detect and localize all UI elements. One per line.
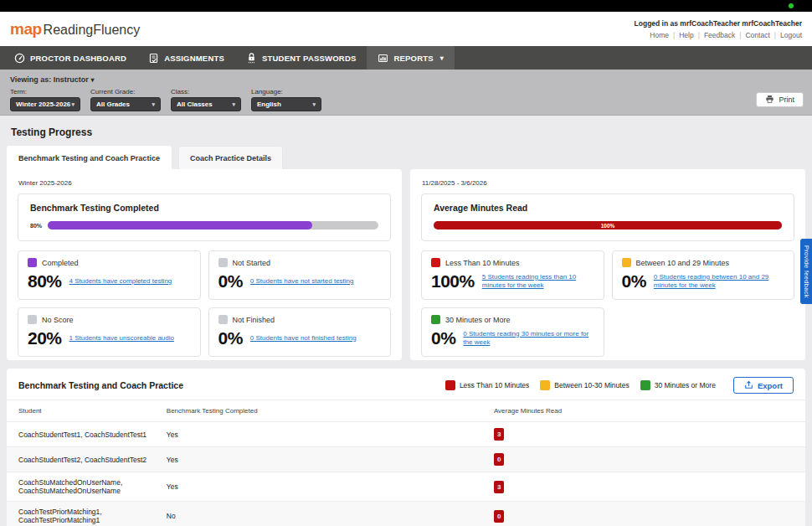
export-button[interactable]: Export — [733, 377, 794, 394]
no-score-swatch — [28, 315, 37, 324]
chevron-down-icon: ▾ — [152, 101, 155, 108]
tile-label: Completed — [42, 259, 79, 267]
not-started-swatch — [218, 258, 228, 267]
stat-tile-between-10-29: Between 10 and 29 Minutes 0%0 Students r… — [612, 250, 795, 300]
minutes-badge: 0 — [494, 510, 504, 523]
benchmark-progress-box: Benchmark Testing Completed 80% — [18, 193, 391, 241]
nav-assignments[interactable]: ASSIGNMENTS — [137, 46, 235, 70]
app-logo[interactable]: map ReadingFluency — [10, 20, 140, 39]
chevron-down-icon: ▾ — [440, 54, 444, 62]
nav-proctor-dashboard[interactable]: PROCTOR DASHBOARD — [3, 46, 137, 70]
tile-percent: 0% — [218, 271, 243, 291]
table-row: CoachTestPriorMatching1, CoachTestPriorM… — [7, 502, 805, 526]
tile-label: No Score — [42, 316, 74, 324]
tile-percent: 0% — [218, 328, 243, 348]
col-benchmark-completed: Benchmark Testing Completed — [167, 400, 494, 422]
tabs: Benchmark Testing and Coach Practice Coa… — [7, 146, 805, 169]
print-button[interactable]: Print — [756, 92, 804, 107]
header-links: Home| Help| Feedback| Contact| Logout — [635, 31, 802, 39]
not-finished-swatch — [218, 315, 228, 324]
benchmark-progress-bar: 80% — [30, 221, 378, 229]
table-row: CoachStudentTest2, CoachStudentTest2 Yes… — [7, 447, 805, 472]
header-link-contact[interactable]: Contact — [745, 31, 769, 39]
table-header-row: Student Benchmark Testing Completed Aver… — [7, 400, 805, 422]
progress-track: 100% — [434, 221, 782, 229]
filter-fields: Term: Winter 2025-2026▾ Current Grade: A… — [10, 88, 802, 111]
table-legend: Less Than 10 Minutes Between 10-30 Minut… — [445, 377, 794, 394]
legend-label: Between 10-30 Minutes — [554, 381, 629, 389]
link-separator: | — [739, 31, 741, 39]
class-field: Class: All Classes▾ — [171, 88, 241, 111]
progress-fill: 100% — [434, 221, 782, 229]
less-than-10-students-link[interactable]: 5 Students reading less than 10 minutes … — [482, 273, 594, 291]
tile-label: Not Started — [233, 259, 271, 267]
term-label: Term: — [10, 88, 80, 95]
gauge-icon — [14, 53, 25, 64]
recording-indicator-dot — [789, 3, 794, 8]
not-started-students-link[interactable]: 0 Students have not started testing — [250, 277, 354, 286]
clipboard-icon — [148, 53, 159, 64]
legend-30-or-more: 30 Minutes or More — [640, 380, 716, 390]
benchmark-completed-value: Yes — [167, 447, 494, 472]
tile-percent: 0% — [622, 271, 646, 291]
between-10-29-swatch — [622, 258, 631, 267]
minutes-badge: 3 — [494, 428, 504, 441]
export-label: Export — [758, 381, 783, 390]
tile-percent: 0% — [431, 328, 455, 348]
logged-in-text: Logged in as mrfCoachTeacher mrfCoachTea… — [635, 19, 802, 28]
nav-label: STUDENT PASSWORDS — [262, 54, 356, 63]
between-10-29-students-link[interactable]: 0 Students reading between 10 and 29 min… — [654, 273, 779, 291]
header-link-help[interactable]: Help — [679, 31, 693, 39]
header-link-home[interactable]: Home — [650, 31, 669, 39]
nav-student-passwords[interactable]: STUDENT PASSWORDS — [235, 46, 367, 70]
page-content: Testing Progress Benchmark Testing and C… — [0, 126, 812, 526]
main-nav: PROCTOR DASHBOARD ASSIGNMENTS STUDENT PA… — [0, 46, 812, 70]
30-or-more-students-link[interactable]: 0 Students reading 30 minutes or more fo… — [463, 330, 588, 348]
minutes-stat-tiles: Less Than 10 Minutes 100%5 Students read… — [421, 250, 794, 357]
header-link-feedback[interactable]: Feedback — [704, 31, 735, 39]
student-name: CoachStuMatchedOnUserName, CoachStuMatch… — [7, 472, 167, 502]
nav-reports[interactable]: REPORTS ▾ — [367, 46, 455, 70]
completed-swatch — [28, 258, 37, 267]
nav-label: PROCTOR DASHBOARD — [30, 54, 126, 63]
term-value: Winter 2025-2026 — [16, 101, 70, 108]
table-row: CoachStudentTest1, CoachStudentTest1 Yes… — [7, 422, 805, 447]
stat-tile-not-started: Not Started 0%0 Students have not starte… — [208, 250, 392, 300]
30-or-more-swatch — [431, 315, 440, 324]
not-finished-students-link[interactable]: 0 Students have not finished testing — [250, 334, 357, 343]
logo-map-text: map — [10, 20, 42, 39]
nav-label: REPORTS — [393, 54, 433, 63]
term-period-label: Winter 2025-2026 — [18, 179, 391, 187]
chevron-down-icon: ▾ — [71, 101, 75, 108]
col-average-minutes: Average Minutes Read — [494, 400, 805, 422]
user-box: Logged in as mrfCoachTeacher mrfCoachTea… — [635, 19, 802, 39]
grade-field: Current Grade: All Grades▾ — [90, 88, 161, 111]
tab-coach-practice-details[interactable]: Coach Practice Details — [178, 146, 283, 169]
language-value: English — [257, 101, 281, 108]
summary-cards: Winter 2025-2026 Benchmark Testing Compl… — [7, 169, 805, 360]
minutes-badge: 3 — [494, 481, 504, 493]
language-select[interactable]: English▾ — [251, 97, 321, 111]
header-link-logout[interactable]: Logout — [780, 31, 802, 39]
benchmark-completed-value: Yes — [167, 422, 494, 447]
no-score-students-link[interactable]: 1 Students have unscoreable audio — [69, 334, 174, 343]
tile-percent: 20% — [28, 328, 62, 348]
legend-less-than-10: Less Than 10 Minutes — [445, 380, 529, 390]
completed-students-link[interactable]: 4 Students have completed testing — [69, 277, 172, 286]
provide-feedback-tab[interactable]: Provide feedback — [800, 239, 812, 304]
viewing-as-dropdown[interactable]: Viewing as: Instructor ▾ — [10, 75, 802, 84]
term-field: Term: Winter 2025-2026▾ — [10, 88, 80, 111]
progress-fill — [48, 221, 312, 229]
tab-benchmark-testing[interactable]: Benchmark Testing and Coach Practice — [7, 146, 172, 169]
progress-track — [48, 221, 378, 229]
grade-select[interactable]: All Grades▾ — [90, 97, 161, 111]
stat-tile-less-than-10: Less Than 10 Minutes 100%5 Students read… — [421, 250, 604, 300]
lock-icon — [246, 52, 257, 64]
stat-tile-not-finished: Not Finished 0%0 Students have not finis… — [208, 307, 392, 357]
chevron-down-icon: ▾ — [90, 76, 94, 84]
term-select[interactable]: Winter 2025-2026▾ — [10, 97, 80, 111]
language-field: Language: English▾ — [251, 88, 321, 111]
class-select[interactable]: All Classes▾ — [171, 97, 241, 111]
tile-percent: 100% — [431, 271, 475, 291]
link-separator: | — [774, 31, 776, 39]
